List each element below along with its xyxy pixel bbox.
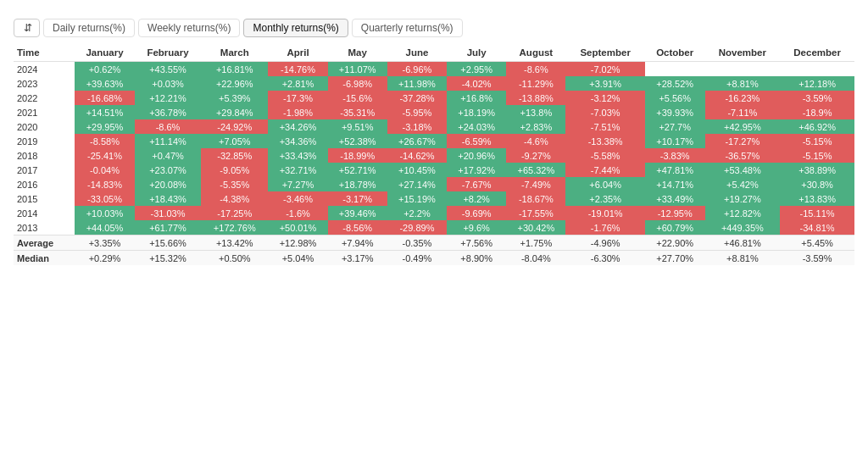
value-cell: -6.98% (328, 76, 387, 91)
value-cell: -16.68% (75, 91, 135, 105)
value-cell: +2.83% (506, 119, 565, 134)
value-cell: -8.6% (506, 62, 565, 77)
value-cell: +27.7% (645, 119, 705, 134)
value-cell: -3.59% (780, 91, 854, 105)
col-header-march: March (201, 44, 268, 62)
value-cell: -0.04% (75, 163, 135, 177)
value-cell: +10.45% (387, 163, 447, 177)
tab-daily[interactable]: Daily returns(%) (43, 19, 135, 37)
value-cell: -17.3% (268, 91, 327, 105)
table-row: 2021+14.51%+36.78%+29.84%-1.98%-35.31%-5… (14, 105, 854, 119)
footer-value: +46.81% (705, 236, 781, 251)
value-cell: +12.82% (705, 206, 781, 220)
tab-weekly[interactable]: Weekly returns(%) (138, 19, 240, 37)
value-cell: +22.96% (201, 76, 268, 91)
value-cell: +172.76% (201, 220, 268, 236)
year-cell: 2020 (14, 119, 75, 134)
value-cell: +2.35% (565, 191, 644, 206)
table-row: 2018-25.41%+0.47%-32.85%+33.43%-18.99%-1… (14, 148, 854, 163)
value-cell: -32.85% (201, 148, 268, 163)
col-header-july: July (447, 44, 506, 62)
value-cell: -9.27% (506, 148, 565, 163)
footer-value: -4.96% (565, 236, 644, 251)
value-cell: -15.11% (780, 206, 854, 220)
value-cell: +18.78% (328, 177, 387, 191)
value-cell: +42.95% (705, 119, 781, 134)
value-cell: +8.2% (447, 191, 506, 206)
footer-value: +3.17% (328, 251, 387, 266)
value-cell: +47.81% (645, 163, 705, 177)
value-cell: -7.67% (447, 177, 506, 191)
value-cell: +60.79% (645, 220, 705, 236)
value-cell: -13.88% (506, 91, 565, 105)
footer-value: +13.42% (201, 236, 268, 251)
value-cell: +0.47% (135, 148, 201, 163)
table-row: 2020+29.95%-8.6%-24.92%+34.26%+9.51%-3.1… (14, 119, 854, 134)
value-cell: -7.49% (506, 177, 565, 191)
value-cell: +16.8% (447, 91, 506, 105)
year-cell: 2023 (14, 76, 75, 91)
value-cell: -5.58% (565, 148, 644, 163)
value-cell: -5.95% (387, 105, 447, 119)
footer-value: -3.59% (780, 251, 854, 266)
footer-value: +0.29% (75, 251, 135, 266)
chevron-down-icon: ⇵ (24, 22, 32, 34)
year-cell: 2019 (14, 134, 75, 148)
year-cell: 2018 (14, 148, 75, 163)
value-cell: -8.6% (135, 119, 201, 134)
value-cell: -8.56% (328, 220, 387, 236)
value-cell: -4.38% (201, 191, 268, 206)
value-cell: -36.57% (705, 148, 781, 163)
value-cell: +2.81% (268, 76, 327, 91)
value-cell: +2.95% (447, 62, 506, 77)
col-header-november: November (705, 44, 781, 62)
value-cell: +13.83% (780, 191, 854, 206)
year-cell: 2015 (14, 191, 75, 206)
value-cell: -9.05% (201, 163, 268, 177)
tab-quarterly[interactable]: Quarterly returns(%) (352, 19, 463, 37)
value-cell: +0.62% (75, 62, 135, 77)
footer-value: +15.66% (135, 236, 201, 251)
value-cell (780, 62, 854, 77)
value-cell: -3.17% (328, 191, 387, 206)
value-cell: -5.35% (201, 177, 268, 191)
table-row: 2015-33.05%+18.43%-4.38%-3.46%-3.17%+15.… (14, 191, 854, 206)
value-cell: +16.81% (201, 62, 268, 77)
value-cell: +19.27% (705, 191, 781, 206)
value-cell: +33.49% (645, 191, 705, 206)
footer-row: Median+0.29%+15.32%+0.50%+5.04%+3.17%-0.… (14, 251, 854, 266)
value-cell: +30.42% (506, 220, 565, 236)
value-cell: +44.05% (75, 220, 135, 236)
value-cell: -35.31% (328, 105, 387, 119)
value-cell: -4.6% (506, 134, 565, 148)
value-cell: +15.19% (387, 191, 447, 206)
value-cell: +39.93% (645, 105, 705, 119)
year-cell: 2017 (14, 163, 75, 177)
value-cell: +5.39% (201, 91, 268, 105)
value-cell: -18.67% (506, 191, 565, 206)
value-cell: -6.96% (387, 62, 447, 77)
value-cell: -3.12% (565, 91, 644, 105)
table-row: 2019-8.58%+11.14%+7.05%+34.36%+52.38%+26… (14, 134, 854, 148)
value-cell: -7.03% (565, 105, 644, 119)
value-cell: +3.91% (565, 76, 644, 91)
col-header-september: September (565, 44, 644, 62)
value-cell: +29.84% (201, 105, 268, 119)
value-cell: +18.19% (447, 105, 506, 119)
value-cell: -5.15% (780, 148, 854, 163)
value-cell: -18.99% (328, 148, 387, 163)
value-cell: -7.51% (565, 119, 644, 134)
btc-selector[interactable]: ⇵ (14, 19, 40, 37)
footer-value: +3.35% (75, 236, 135, 251)
value-cell: +65.32% (506, 163, 565, 177)
value-cell: +11.98% (387, 76, 447, 91)
value-cell: +34.26% (268, 119, 327, 134)
value-cell: -7.02% (565, 62, 644, 77)
year-cell: 2013 (14, 220, 75, 236)
value-cell: +5.56% (645, 91, 705, 105)
value-cell: -37.28% (387, 91, 447, 105)
tab-monthly[interactable]: Monthly returns(%) (243, 19, 348, 37)
value-cell: -17.25% (201, 206, 268, 220)
footer-value: +27.70% (645, 251, 705, 266)
col-header-february: February (135, 44, 201, 62)
